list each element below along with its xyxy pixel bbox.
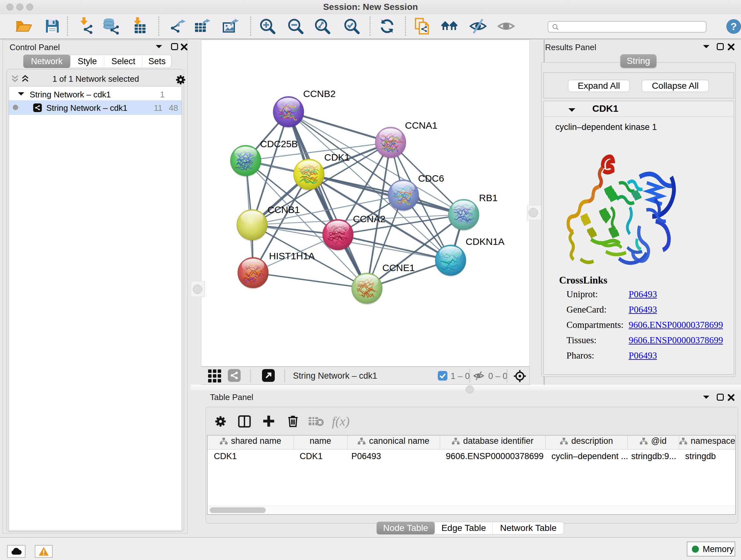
svg-text:HIST1H1A: HIST1H1A bbox=[269, 251, 315, 261]
svg-text:CCNA1: CCNA1 bbox=[405, 120, 437, 131]
svg-text:CCNB2: CCNB2 bbox=[303, 88, 336, 99]
svg-text:RB1: RB1 bbox=[479, 192, 497, 203]
svg-text:CCNB1: CCNB1 bbox=[267, 204, 300, 215]
svg-text:CDC25B: CDC25B bbox=[260, 138, 298, 149]
svg-text:CDKN1A: CDKN1A bbox=[466, 236, 504, 247]
svg-text:CDC6: CDC6 bbox=[418, 173, 444, 184]
svg-text:CCNE1: CCNE1 bbox=[382, 262, 415, 273]
svg-text:CCNA2: CCNA2 bbox=[353, 213, 386, 224]
svg-text:CDK1: CDK1 bbox=[324, 152, 350, 163]
